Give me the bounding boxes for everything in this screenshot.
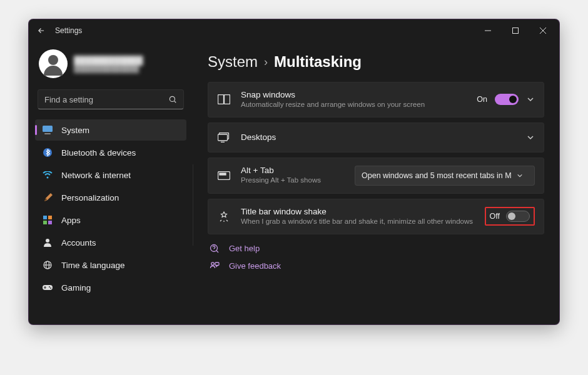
expand-button[interactable] (526, 95, 535, 104)
sidebar-item-bluetooth[interactable]: Bluetooth & devices (35, 142, 186, 163)
svg-rect-10 (43, 216, 47, 219)
nav: System Bluetooth & devices Network & int… (35, 119, 186, 298)
card-title: Desktops (241, 132, 516, 142)
help-links: Get help Give feedback (208, 243, 544, 272)
titlebar: Settings (29, 19, 559, 42)
svg-point-20 (50, 288, 51, 289)
card-text: Desktops (241, 132, 516, 142)
card-right: Open windows and 5 most recent tabs in M (355, 166, 535, 186)
snap-windows-toggle[interactable] (495, 94, 519, 105)
alt-tab-icon (217, 169, 231, 182)
main-panel: System › Multitasking Snap windows Autom… (193, 42, 559, 324)
body: ████████████ ██████████████ System Bluet… (29, 42, 559, 324)
close-button[interactable] (529, 21, 557, 40)
sidebar-item-accounts[interactable]: Accounts (35, 232, 186, 253)
snap-icon (217, 92, 231, 106)
svg-rect-24 (218, 134, 228, 141)
get-help-link[interactable]: Get help (209, 243, 544, 254)
sidebar-item-label: Bluetooth & devices (61, 148, 136, 158)
svg-point-19 (49, 286, 50, 288)
expand-button[interactable] (526, 133, 535, 142)
profile-email: ██████████████ (74, 65, 143, 72)
alt-tab-card: Alt + Tab Pressing Alt + Tab shows Open … (208, 158, 544, 194)
card-text: Snap windows Automatically resize and ar… (241, 90, 467, 109)
sidebar-item-label: Network & internet (61, 171, 131, 180)
gaming-icon (43, 282, 53, 292)
svg-rect-11 (48, 216, 52, 219)
card-sub: When I grab a window's title bar and sha… (241, 217, 475, 226)
back-button[interactable] (36, 26, 46, 36)
link-label: Get help (229, 244, 260, 253)
svg-point-14 (46, 239, 49, 242)
sidebar-item-gaming[interactable]: Gaming (35, 277, 186, 298)
title-bar-shake-card: Title bar window shake When I grab a win… (208, 199, 544, 234)
profile-name: ████████████ (74, 56, 143, 65)
desktops-card[interactable]: Desktops (208, 122, 544, 152)
toggle-state-label: Off (490, 212, 500, 221)
sidebar-item-network[interactable]: Network & internet (35, 164, 186, 186)
system-icon (43, 125, 53, 135)
svg-point-30 (211, 262, 214, 265)
search-input[interactable] (44, 95, 168, 104)
app-title: Settings (55, 26, 82, 35)
title-bar-shake-toggle[interactable] (506, 211, 530, 222)
help-icon (209, 243, 220, 254)
maximize-button[interactable] (502, 21, 529, 40)
search-box[interactable] (38, 89, 184, 109)
profile[interactable]: ████████████ ██████████████ (35, 47, 186, 87)
sidebar-item-label: Time & language (61, 261, 125, 270)
avatar (39, 49, 68, 78)
card-title: Snap windows (241, 90, 467, 99)
svg-rect-12 (43, 221, 47, 224)
search-icon (168, 95, 177, 104)
sidebar-separator (193, 164, 193, 246)
globe-icon (43, 260, 53, 270)
svg-rect-6 (43, 126, 53, 132)
sidebar-item-apps[interactable]: Apps (35, 209, 186, 231)
chevron-down-icon (517, 172, 523, 179)
sidebar-item-label: System (61, 126, 89, 135)
person-icon (43, 238, 53, 248)
svg-point-9 (47, 177, 49, 179)
sidebar-item-label: Apps (61, 216, 81, 225)
settings-window: Settings ████████████ ██████████████ (28, 19, 560, 325)
card-text: Title bar window shake When I grab a win… (241, 207, 475, 226)
brush-icon (43, 192, 53, 202)
select-value: Open windows and 5 most recent tabs in M (362, 171, 512, 180)
sidebar-item-personalization[interactable]: Personalization (35, 187, 186, 208)
sidebar-item-system[interactable]: System (35, 119, 186, 141)
breadcrumb-parent[interactable]: System (208, 53, 258, 71)
snap-windows-card[interactable]: Snap windows Automatically resize and ar… (208, 82, 544, 118)
svg-rect-7 (44, 133, 51, 134)
alt-tab-select[interactable]: Open windows and 5 most recent tabs in M (355, 166, 535, 186)
toggle-state-label: On (477, 95, 487, 104)
sidebar: ████████████ ██████████████ System Bluet… (29, 42, 193, 324)
titlebar-left: Settings (36, 26, 82, 36)
sidebar-item-label: Accounts (61, 238, 96, 248)
link-label: Give feedback (229, 261, 281, 271)
sidebar-item-label: Gaming (61, 283, 91, 292)
card-right: On (477, 94, 535, 105)
page-title: Multitasking (274, 53, 362, 71)
card-sub: Automatically resize and arrange windows… (241, 100, 467, 109)
svg-rect-27 (220, 173, 223, 175)
svg-line-5 (175, 101, 176, 103)
svg-rect-13 (48, 221, 52, 224)
profile-text: ████████████ ██████████████ (74, 56, 143, 72)
highlight-box: Off (485, 207, 535, 226)
bluetooth-icon (43, 148, 53, 158)
card-title: Alt + Tab (241, 166, 345, 175)
card-right (526, 133, 535, 142)
sidebar-item-label: Personalization (61, 193, 119, 202)
card-right: Off (485, 207, 535, 226)
apps-icon (43, 215, 53, 225)
window-controls (474, 21, 557, 40)
desktops-icon (217, 131, 231, 144)
chevron-right-icon: › (264, 56, 268, 69)
give-feedback-link[interactable]: Give feedback (209, 261, 544, 272)
svg-rect-31 (215, 262, 219, 266)
breadcrumb: System › Multitasking (208, 53, 544, 71)
card-text: Alt + Tab Pressing Alt + Tab shows (241, 166, 345, 185)
minimize-button[interactable] (474, 21, 502, 40)
sidebar-item-time-language[interactable]: Time & language (35, 254, 186, 276)
